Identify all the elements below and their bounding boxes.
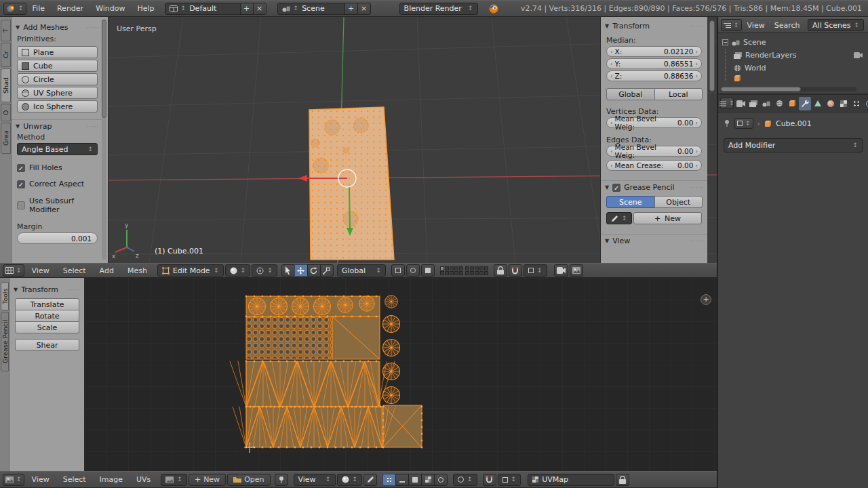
lock-to-scene-button[interactable] (494, 264, 507, 277)
collapse-minus-icon[interactable]: − (722, 39, 728, 45)
snap-peel-button[interactable] (406, 264, 420, 277)
median-z-field[interactable]: ‹ Z: 0.88636 › (606, 70, 702, 81)
transform-orientation-dropdown[interactable]: Global (337, 264, 386, 277)
menu-3d-add[interactable]: Add (94, 266, 120, 275)
uv-edge-select-button[interactable] (395, 474, 409, 486)
scrollbar-thumb[interactable] (721, 87, 801, 92)
add-uv-sphere-button[interactable]: UV Sphere (17, 87, 98, 99)
tab-modifiers[interactable] (799, 97, 811, 110)
tab-render-layers[interactable] (747, 97, 760, 110)
menu-uv-view[interactable]: View (26, 475, 56, 484)
edge-bevel-weight-slider[interactable]: ‹ Mean Bevel Weig: 0.00 › (606, 146, 702, 157)
editor-type-button-3d[interactable] (3, 264, 24, 277)
tab-shading-uvs[interactable]: Shad (1, 68, 11, 102)
proportional-edit-dropdown[interactable] (453, 474, 477, 486)
menu-uv-select[interactable]: Select (57, 475, 92, 484)
scale-button[interactable]: Scale (15, 321, 79, 333)
add-circle-button[interactable]: Circle (17, 73, 98, 85)
margin-slider[interactable]: 0.001 (17, 232, 98, 244)
rotate-button[interactable]: Rotate (15, 310, 79, 322)
uv-snap-toggle-button[interactable] (483, 474, 496, 486)
grease-pencil-panel-header[interactable]: ▼ Grease Pencil (601, 180, 707, 193)
tab-object-data[interactable] (812, 97, 824, 110)
uv-tab-tools[interactable]: Tools (1, 282, 9, 310)
screen-layout-add-button[interactable]: + (240, 3, 254, 15)
uv-canvas[interactable] (85, 278, 717, 471)
uv-island[interactable] (230, 296, 422, 449)
editor-type-button-info[interactable] (3, 3, 26, 15)
image-browse-dropdown[interactable] (161, 474, 187, 486)
image-pin-button[interactable] (275, 474, 288, 486)
panel-drag-dots-icon[interactable] (68, 287, 81, 293)
mean-crease-slider[interactable]: ‹ Mean Crease: 0.00 › (606, 160, 702, 171)
median-x-field[interactable]: ‹ X: 0.02120 › (606, 46, 702, 57)
tab-create[interactable]: Cr (1, 43, 11, 67)
menu-help[interactable]: Help (132, 4, 161, 13)
uv-tab-grease-pencil[interactable]: Grease Pencil (1, 312, 9, 371)
breadcrumb-object-name[interactable]: Cube.001 (776, 119, 812, 128)
increment-arrow-icon[interactable]: › (695, 119, 698, 126)
image-new-button[interactable]: + New (189, 474, 226, 486)
uv-vertex-select-button[interactable] (382, 474, 396, 486)
uv-lock-button[interactable] (616, 474, 629, 486)
outliner-hscrollbar[interactable] (721, 87, 856, 92)
tab-material[interactable] (825, 97, 837, 110)
add-meshes-panel-header[interactable]: ▼ Add Meshes (12, 21, 103, 33)
tab-world[interactable] (773, 97, 785, 110)
uv-face-select-button[interactable] (408, 474, 422, 486)
pin-icon[interactable] (724, 119, 730, 127)
scrollbar-thumb[interactable] (102, 20, 106, 118)
tab-texture[interactable] (837, 97, 850, 110)
tab-grease-pencil[interactable]: Grea (1, 123, 11, 154)
outliner-item-scene[interactable]: − Scene (722, 36, 868, 49)
checkbox-unchecked-icon[interactable] (17, 201, 25, 209)
transform-panel-header[interactable]: ▼ Transform (601, 20, 707, 32)
tab-particles[interactable] (850, 97, 863, 110)
tab-physics[interactable] (863, 97, 868, 110)
fill-holes-checkbox-row[interactable]: Fill Holes (17, 163, 98, 172)
outliner-item-clipped[interactable] (726, 75, 868, 81)
uv-map-selector[interactable]: UVMap (528, 474, 614, 486)
panel-drag-dots-icon[interactable] (690, 238, 703, 245)
render-border-button[interactable] (421, 264, 435, 277)
shear-button[interactable]: Shear (15, 339, 79, 351)
gp-scene-button[interactable]: Scene (606, 196, 655, 208)
unwrap-method-dropdown[interactable]: Angle Based (17, 143, 98, 155)
manipulator-scale-button[interactable] (320, 264, 334, 277)
tab-render[interactable] (734, 97, 747, 110)
snap-toggle-button[interactable] (509, 264, 522, 277)
breadcrumb-browse-button[interactable] (734, 118, 753, 129)
panel-drag-dots-icon[interactable] (690, 23, 703, 30)
uv-sync-select-button[interactable] (434, 474, 448, 486)
menu-outliner-search[interactable]: Search (770, 21, 804, 30)
menu-uv-uvs[interactable]: UVs (130, 475, 157, 484)
copy-icon-button[interactable] (391, 264, 405, 277)
add-plane-button[interactable]: Plane (17, 46, 98, 58)
increment-arrow-icon[interactable]: › (695, 148, 698, 155)
editor-type-button-uv[interactable] (3, 474, 24, 486)
checkbox-checked-icon[interactable] (17, 180, 25, 188)
manipulator-toggle-button[interactable] (281, 264, 295, 277)
manipulator-rotate-button[interactable] (307, 264, 321, 277)
panel-drag-dots-icon[interactable] (690, 184, 703, 191)
menu-3d-view[interactable]: View (26, 266, 56, 275)
outliner-item-renderlayers[interactable]: RenderLayers (726, 49, 868, 62)
editor-type-button-outliner[interactable] (721, 19, 742, 31)
decrement-arrow-icon[interactable]: ‹ (610, 60, 613, 67)
menu-outliner-view[interactable]: View (743, 21, 769, 30)
outliner-display-dropdown[interactable]: All Scenes (808, 19, 864, 31)
add-cube-button[interactable]: Cube (17, 60, 98, 72)
increment-arrow-icon[interactable]: › (695, 73, 698, 79)
menu-file[interactable]: File (26, 4, 51, 13)
tab-tools[interactable]: T (1, 20, 11, 41)
uv-transform-panel-header[interactable]: ▼ Transform (9, 283, 85, 296)
median-y-field[interactable]: ‹ Y: 0.86551 › (606, 58, 702, 69)
panel-drag-dots-icon[interactable] (86, 123, 99, 130)
uv-pivot-dropdown[interactable]: View (294, 474, 336, 486)
menu-window[interactable]: Window (90, 4, 131, 13)
screen-layout-selector[interactable]: Default (165, 3, 241, 15)
decrement-arrow-icon[interactable]: ‹ (610, 148, 613, 155)
local-button[interactable]: Local (654, 88, 703, 100)
opengl-render-still-button[interactable] (554, 264, 568, 277)
mode-dropdown[interactable]: Edit Mode (157, 264, 224, 277)
